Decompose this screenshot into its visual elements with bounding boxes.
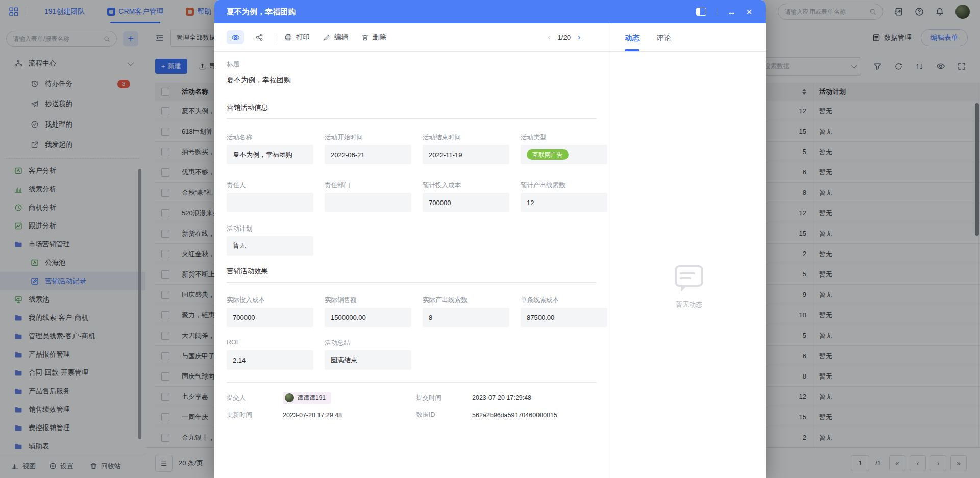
field-label: 活动类型	[521, 133, 607, 141]
meta-label: 数据ID	[416, 411, 472, 419]
resize-icon[interactable]: ↔	[727, 8, 736, 16]
form-row: 责任人 责任部门 预计投入成本 700000 预计产出线索数 12	[227, 181, 597, 212]
field-label: 活动名称	[227, 133, 313, 141]
controls-divider	[717, 8, 717, 15]
trash-icon	[361, 34, 369, 41]
field-activity-type: 互联网广告	[521, 145, 607, 164]
toolbar-divider	[274, 33, 274, 41]
field-label: 实际销售额	[325, 296, 411, 304]
submit-time-value: 2023-07-20 17:29:48	[472, 394, 597, 401]
field-activity-name: 夏不为例，幸福团购	[227, 145, 313, 164]
section-campaign-info: 营销活动信息	[227, 103, 597, 119]
activity-panel: 动态 评论 暂无动态	[612, 23, 766, 478]
field-cost-per-lead: 87500.00	[521, 308, 607, 327]
modal-body: 打印 编辑 删除 ‹ 1/20 ›	[214, 23, 766, 478]
print-button[interactable]: 打印	[284, 33, 310, 42]
field-label: 预计投入成本	[423, 181, 509, 189]
modal-header: 夏不为例，幸福团购 ↔ ×	[214, 0, 766, 23]
field-label: 活动计划	[227, 224, 313, 232]
data-id-value: 562a2b96da59170460000015	[472, 412, 597, 419]
field-start-date: 2022-06-21	[325, 145, 411, 164]
field-owner	[227, 193, 313, 212]
field-label: 标题	[227, 60, 597, 69]
field-label: 预计产出线索数	[521, 181, 607, 189]
field-label: 活动总结	[325, 339, 411, 346]
modal-title: 夏不为例，幸福团购	[227, 7, 296, 17]
speech-bubble-icon	[672, 263, 706, 295]
field-department	[325, 193, 411, 212]
crm-app: 191创建团队 CRM客户管理 帮助 请输入应用或表单名称	[0, 0, 980, 478]
modal-window-controls: ↔ ×	[696, 7, 766, 17]
tab-comments[interactable]: 评论	[656, 34, 671, 51]
field-label: 实际投入成本	[227, 296, 313, 304]
modal-toolbar: 打印 编辑 删除 ‹ 1/20 ›	[214, 23, 612, 52]
field-label: ROI	[227, 339, 313, 346]
meta-label: 提交时间	[416, 394, 472, 402]
field-label: 责任部门	[325, 181, 411, 189]
empty-activity-text: 暂无动态	[612, 300, 766, 309]
record-detail-modal: 夏不为例，幸福团购 ↔ ×	[214, 0, 766, 478]
empty-activity-state: 暂无动态	[612, 263, 766, 309]
field-budget: 700000	[423, 193, 509, 212]
field-summary: 圆满结束	[325, 350, 411, 370]
form-row: 活动名称 夏不为例，幸福团购 活动开始时间 2022-06-21 活动结束时间 …	[227, 133, 597, 164]
record-meta: 提交人 谭谭谭191 提交时间 2023-07-20 17:29:48 更新时间…	[227, 392, 597, 419]
edit-button[interactable]: 编辑	[323, 33, 348, 42]
submitter-chip[interactable]: 谭谭谭191	[283, 392, 331, 404]
field-label: 活动开始时间	[325, 133, 411, 141]
form-row: ROI 2.14 活动总结 圆满结束	[227, 339, 597, 370]
activity-type-tag: 互联网广告	[527, 149, 569, 160]
field-label: 责任人	[227, 181, 313, 189]
record-pager: ‹ 1/20 ›	[548, 33, 612, 42]
field-label: 活动结束时间	[423, 133, 509, 141]
field-end-date: 2022-11-19	[423, 145, 509, 164]
side-panel-toggle-icon[interactable]	[696, 8, 706, 16]
form-row: 实际投入成本 700000 实际销售额 1500000.00 实际产出线索数 8…	[227, 296, 597, 327]
field-activity-plan: 暂无	[227, 236, 313, 256]
prev-record-icon[interactable]: ‹	[548, 33, 550, 42]
record-title-value: 夏不为例，幸福团购	[227, 76, 597, 85]
tab-activity[interactable]: 动态	[625, 34, 639, 51]
share-button[interactable]	[255, 33, 263, 41]
submitter-avatar	[285, 393, 294, 402]
update-time-value: 2023-07-20 17:29:48	[283, 412, 416, 419]
form-divider	[227, 382, 597, 383]
section-campaign-effect: 营销活动效果	[227, 267, 597, 283]
field-roi: 2.14	[227, 350, 313, 370]
field-actual-leads: 8	[423, 308, 509, 327]
meta-label: 更新时间	[227, 411, 283, 419]
field-expected-leads: 12	[521, 193, 607, 212]
record-pager-text: 1/20	[558, 34, 571, 41]
delete-button[interactable]: 删除	[361, 33, 386, 42]
form-row: 活动计划 暂无	[227, 224, 597, 256]
field-label: 单条线索成本	[521, 296, 607, 304]
panel-tabs: 动态 评论	[612, 23, 766, 52]
field-actual-cost: 700000	[227, 308, 313, 327]
record-detail-form: 标题 夏不为例，幸福团购 营销活动信息 活动名称 夏不为例，幸福团购 活动开始时…	[214, 51, 612, 478]
printer-icon	[284, 33, 292, 41]
eye-icon	[231, 33, 240, 42]
field-label: 实际产出线索数	[423, 296, 509, 304]
share-icon	[255, 33, 263, 41]
field-actual-sales: 1500000.00	[325, 308, 411, 327]
meta-label: 提交人	[227, 394, 283, 402]
pencil-icon	[323, 34, 331, 41]
view-mode-button[interactable]	[227, 30, 244, 44]
close-icon[interactable]: ×	[746, 7, 752, 17]
next-record-icon[interactable]: ›	[578, 33, 580, 42]
modal-detail-pane: 打印 编辑 删除 ‹ 1/20 ›	[214, 23, 612, 478]
